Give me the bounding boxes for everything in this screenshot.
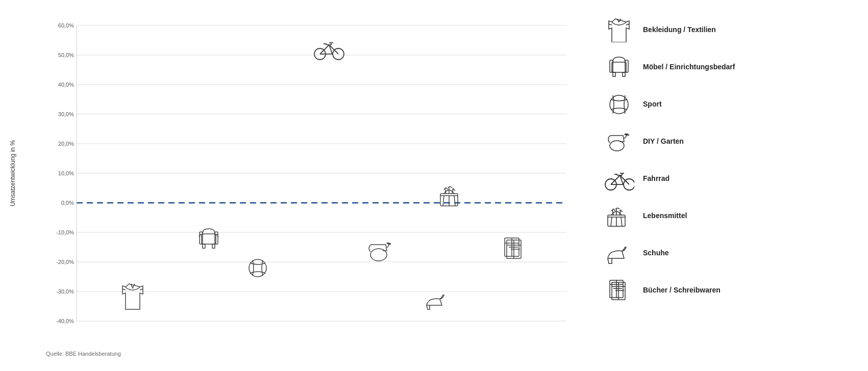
svg-line-55 [452,190,453,194]
svg-line-24 [140,289,143,290]
legend-label-schuhe: Schuhe [643,249,669,257]
legend-icon-lebensmittel [602,201,635,229]
legend-icon-möbel [602,52,635,81]
svg-point-70 [610,141,624,151]
chart-plot: 60,0% 50,0% 40,0% 30,0% 20,0% 10,0% 0,0%… [46,15,577,346]
svg-rect-68 [623,72,625,76]
legend-label-möbel: Möbel / Einrichtungsbedarf [643,63,735,71]
chart-area: Umsatzentwicklung in % 60,0% 50,0% 40,0% [5,10,582,357]
legend-icon-diy [602,127,635,155]
svg-line-92 [621,217,622,226]
legend-item-sport: Sport [602,90,837,118]
svg-line-62 [609,24,612,25]
data-icon-bekleidung [122,284,143,309]
svg-line-52 [454,196,455,206]
legend-icon-sport [602,90,635,118]
data-icon-schuhe [427,295,444,309]
svg-text:-10,0%: -10,0% [56,229,74,235]
data-icon-lebensmittel [440,187,458,206]
legend-icon-fahrrad [602,164,635,192]
legend-label-sport: Sport [643,100,662,108]
legend-icon-schuhe [602,238,635,267]
legend-label-bekleidung: Bekleidung / Textilien [643,25,716,34]
svg-line-90 [611,217,612,226]
legend-icon-bücher [602,276,635,304]
chart-svg: 60,0% 50,0% 40,0% 30,0% 20,0% 10,0% 0,0%… [46,15,577,341]
svg-text:40,0%: 40,0% [58,82,74,88]
svg-line-71 [624,137,626,139]
svg-line-63 [626,24,629,25]
legend-icon-bekleidung [602,15,635,43]
legend-item-lebensmittel: Lebensmittel [602,201,837,229]
source-text: Quelle: BBE Handelsberatung [46,351,582,357]
svg-line-53 [445,189,446,194]
svg-text:50,0%: 50,0% [58,52,74,58]
svg-rect-67 [613,72,615,76]
legend-item-schuhe: Schuhe [602,238,837,267]
data-icon-bücher [505,238,521,258]
svg-text:60,0%: 60,0% [58,22,74,29]
svg-line-93 [612,210,613,215]
legend-label-lebensmittel: Lebensmittel [643,211,687,220]
svg-line-95 [619,211,621,215]
svg-text:0,0%: 0,0% [61,200,74,206]
svg-text:-30,0%: -30,0% [56,288,74,295]
data-icon-diy [369,243,391,261]
legend-item-diy: DIY / Garten [602,127,837,155]
svg-rect-28 [203,244,205,248]
svg-rect-29 [212,244,215,248]
legend-label-fahrrad: Fahrrad [643,174,669,182]
svg-text:30,0%: 30,0% [58,111,74,117]
legend-item-bekleidung: Bekleidung / Textilien [602,15,837,43]
svg-text:-20,0%: -20,0% [56,259,74,265]
svg-text:20,0%: 20,0% [58,141,74,147]
svg-line-23 [122,289,126,290]
svg-line-43 [387,246,389,248]
svg-text:10,0%: 10,0% [58,170,74,176]
svg-rect-64 [612,62,626,72]
legend-label-bücher: Bücher / Schreibwaren [643,286,721,294]
svg-text:-40,0%: -40,0% [56,318,74,324]
svg-rect-25 [202,234,216,244]
svg-point-69 [610,95,628,114]
data-icon-möbel [200,229,218,248]
data-icon-fahrrad [314,43,344,60]
legend-item-bücher: Bücher / Schreibwaren [602,276,837,304]
legend-label-diy: DIY / Garten [643,137,684,145]
legend-item-möbel: Möbel / Einrichtungsbedarf [602,52,837,81]
svg-line-79 [611,175,620,184]
y-axis-title: Umsatzentwicklung in % [9,140,16,206]
svg-line-33 [320,45,329,54]
legend-item-fahrrad: Fahrrad [602,164,837,192]
svg-line-50 [443,196,444,206]
legend-area: Bekleidung / Textilien Möbel / Einrichtu… [582,10,837,304]
